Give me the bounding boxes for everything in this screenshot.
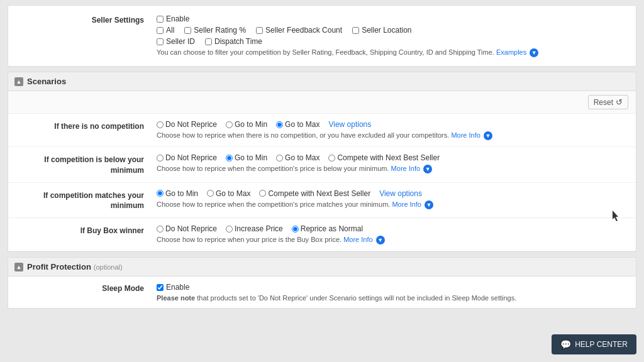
matches-minimum-row: If competition matches your minimum Go t…	[8, 183, 636, 219]
dispatch-time-label: Dispatch Time	[214, 37, 262, 46]
dispatch-time-checkbox[interactable]	[205, 38, 212, 45]
seller-settings-row: Seller Settings Enable All Seller Ra	[8, 12, 636, 60]
all-label: All	[166, 26, 174, 35]
seller-settings-hint: You can choose to filter your competitio…	[157, 48, 626, 57]
scenarios-toolbar: Reset ↺	[8, 91, 636, 114]
below-minimum-label: If competition is below your minimum	[18, 153, 157, 176]
sleep-mode-content: Enable Please note that products set to …	[157, 283, 626, 302]
buybox-increase-price-radio[interactable]	[226, 226, 233, 233]
enable-label: Enable	[166, 14, 189, 23]
sleep-mode-label: Sleep Mode	[18, 283, 157, 293]
below-min-do-not-reprice-radio[interactable]	[157, 155, 164, 162]
below-min-go-to-max-radio[interactable]	[276, 155, 283, 162]
all-checkbox-item[interactable]: All	[157, 26, 174, 35]
seller-location-checkbox[interactable]	[352, 27, 359, 34]
matches-minimum-label: If competition matches your minimum	[18, 189, 157, 212]
buy-box-label: If Buy Box winner	[18, 224, 157, 236]
sleep-mode-checkbox[interactable]	[157, 284, 164, 291]
profit-protection-section: ▲ Profit Protection (optional) Sleep Mod…	[8, 257, 636, 309]
no-comp-do-not-reprice[interactable]: Do Not Reprice	[157, 120, 217, 129]
examples-info-badge[interactable]: ▼	[530, 48, 538, 57]
match-go-to-min-radio[interactable]	[157, 190, 164, 197]
help-center-button[interactable]: 💬 HELP CENTER	[552, 334, 636, 354]
no-comp-do-not-reprice-radio[interactable]	[157, 121, 164, 128]
buybox-do-not-reprice[interactable]: Do Not Reprice	[157, 224, 217, 233]
seller-id-label: Seller ID	[166, 37, 195, 46]
buy-box-radio-row: Do Not Reprice Increase Price Reprice as…	[157, 224, 626, 233]
match-more-info-link[interactable]: More Info	[392, 200, 421, 208]
match-view-options-link[interactable]: View options	[379, 189, 422, 198]
no-comp-view-options-link[interactable]: View options	[328, 120, 371, 129]
no-comp-go-to-min[interactable]: Go to Min	[226, 120, 267, 129]
examples-link[interactable]: Examples	[496, 48, 526, 56]
seller-rating-checkbox-item[interactable]: Seller Rating %	[184, 26, 246, 35]
sleep-mode-note: Please note that products set to 'Do Not…	[157, 294, 626, 302]
below-min-go-to-min[interactable]: Go to Min	[226, 153, 267, 162]
profit-collapse-icon[interactable]: ▲	[14, 263, 23, 272]
seller-feedback-checkbox[interactable]	[256, 27, 263, 34]
all-checkbox[interactable]	[157, 27, 164, 34]
no-competition-hint: Choose how to reprice when there is no c…	[157, 131, 626, 140]
seller-rating-checkbox[interactable]	[184, 27, 191, 34]
seller-location-label: Seller Location	[362, 26, 411, 35]
buybox-reprice-normal[interactable]: Reprice as Normal	[292, 224, 363, 233]
help-center-label: HELP CENTER	[575, 340, 628, 349]
buy-box-options: Do Not Reprice Increase Price Reprice as…	[157, 224, 626, 244]
profit-title: Profit Protection	[27, 262, 91, 272]
buy-box-hint: Choose how to reprice when your price is…	[157, 236, 626, 244]
reset-button[interactable]: Reset ↺	[588, 95, 628, 109]
profit-protection-header: ▲ Profit Protection (optional)	[8, 258, 636, 277]
matches-minimum-options: Go to Min Go to Max Compete with Next Be…	[157, 189, 626, 209]
below-min-info-badge[interactable]: ▼	[423, 165, 432, 173]
enable-row: Enable	[157, 14, 626, 23]
match-go-to-min[interactable]: Go to Min	[157, 189, 198, 198]
seller-feedback-checkbox-item[interactable]: Seller Feedback Count	[256, 26, 342, 35]
scenarios-collapse-icon[interactable]: ▲	[14, 77, 23, 86]
seller-id-checkbox[interactable]	[157, 38, 164, 45]
seller-feedback-label: Seller Feedback Count	[265, 26, 342, 35]
enable-checkbox-item[interactable]: Enable	[157, 14, 189, 23]
matches-minimum-hint: Choose how to reprice when the competiti…	[157, 200, 626, 209]
enable-checkbox[interactable]	[157, 16, 164, 23]
sleep-mode-row: Sleep Mode Enable Please note that produ…	[8, 277, 636, 308]
buybox-increase-price[interactable]: Increase Price	[226, 224, 283, 233]
below-min-compete[interactable]: Compete with Next Best Seller	[328, 153, 440, 162]
seller-settings-content: Enable All Seller Rating % Seller Feedba…	[157, 14, 626, 57]
match-go-to-max-radio[interactable]	[207, 190, 214, 197]
below-minimum-radio-row: Do Not Reprice Go to Min Go to Max Compe…	[157, 153, 626, 162]
below-min-more-info-link[interactable]: More Info	[391, 165, 420, 172]
below-minimum-options: Do Not Reprice Go to Min Go to Max Compe…	[157, 153, 626, 173]
seller-id-row: Seller ID Dispatch Time	[157, 37, 626, 46]
sleep-mode-enable-item[interactable]: Enable	[157, 283, 619, 292]
match-go-to-max[interactable]: Go to Max	[207, 189, 250, 198]
below-min-do-not-reprice[interactable]: Do Not Reprice	[157, 153, 217, 162]
main-content: Seller Settings Enable All Seller Ra	[0, 0, 644, 362]
buybox-info-badge[interactable]: ▼	[376, 236, 385, 244]
no-comp-info-badge[interactable]: ▼	[484, 131, 492, 140]
no-comp-more-info-link[interactable]: More Info	[451, 131, 480, 139]
buybox-do-not-reprice-radio[interactable]	[157, 226, 164, 233]
scenarios-header: ▲ Scenarios	[8, 72, 636, 91]
buybox-more-info-link[interactable]: More Info	[343, 236, 372, 243]
seller-id-checkbox-item[interactable]: Seller ID	[157, 37, 195, 46]
no-comp-go-to-max-radio[interactable]	[276, 121, 283, 128]
match-compete[interactable]: Compete with Next Best Seller	[259, 189, 370, 198]
match-compete-radio[interactable]	[259, 190, 266, 197]
match-info-badge[interactable]: ▼	[425, 200, 433, 209]
scenarios-title: Scenarios	[27, 77, 66, 86]
below-minimum-row: If competition is below your minimum Do …	[8, 147, 636, 183]
no-comp-go-to-min-radio[interactable]	[226, 121, 233, 128]
seller-settings-label: Seller Settings	[18, 14, 157, 25]
optional-label: (optional)	[94, 263, 123, 271]
reset-icon: ↺	[616, 97, 623, 107]
buybox-reprice-normal-radio[interactable]	[292, 226, 299, 233]
dispatch-time-checkbox-item[interactable]: Dispatch Time	[205, 37, 262, 46]
below-min-go-to-min-radio[interactable]	[226, 155, 233, 162]
no-competition-row: If there is no competition Do Not Repric…	[8, 114, 636, 147]
seller-location-checkbox-item[interactable]: Seller Location	[352, 26, 411, 35]
below-min-compete-radio[interactable]	[328, 155, 335, 162]
below-min-go-to-max[interactable]: Go to Max	[276, 153, 319, 162]
help-icon: 💬	[560, 339, 571, 349]
no-comp-go-to-max[interactable]: Go to Max	[276, 120, 319, 129]
no-competition-label: If there is no competition	[18, 120, 157, 132]
